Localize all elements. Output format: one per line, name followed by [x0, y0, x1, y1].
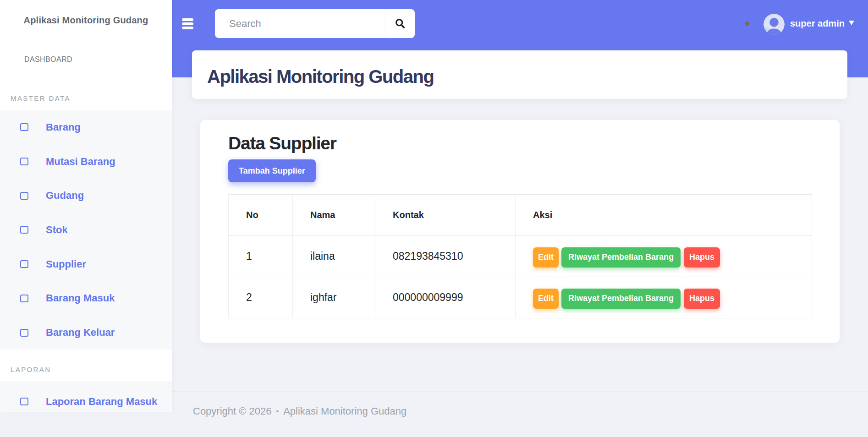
tambah-supplier-button[interactable]: Tambah Supplier — [228, 159, 316, 182]
footer: Copyright © 2026•Aplikasi Monitoring Gud… — [172, 391, 868, 417]
table-row: 1 ilaina 082193845310 EditRiwayat Pembel… — [229, 236, 812, 277]
sidebar-item-stok[interactable]: Stok — [0, 213, 172, 247]
chevron-down-icon[interactable] — [849, 21, 854, 25]
sidebar-item-barang-keluar[interactable]: Barang Keluar — [0, 316, 172, 350]
column-header-no: No — [229, 195, 293, 236]
sidebar-item-barang-masuk[interactable]: Barang Masuk — [0, 281, 172, 316]
data-supplier-card: Data Supplier Tambah Supplier No Nama Ko… — [200, 120, 840, 343]
hapus-button[interactable]: Hapus — [684, 289, 720, 309]
sidebar-item-dashboard[interactable]: DASHBOARD — [0, 40, 172, 79]
cell-no: 2 — [229, 277, 293, 318]
search-input[interactable] — [215, 9, 385, 38]
square-icon — [20, 329, 28, 337]
sidebar-section-header-master-data: MASTER DATA — [0, 79, 172, 110]
square-icon — [20, 192, 28, 200]
square-icon — [20, 398, 28, 405]
avatar[interactable] — [764, 14, 785, 35]
edit-button[interactable]: Edit — [533, 289, 559, 309]
hapus-button[interactable]: Hapus — [684, 247, 720, 268]
sidebar-menu-master-data: Barang Mutasi Barang Gudang Stok Supplie… — [0, 110, 172, 350]
user-name-label: super admin — [790, 18, 845, 29]
footer-bullet: • — [276, 407, 279, 415]
cell-kontak: 000000009999 — [375, 277, 516, 318]
cell-nama: ighfar — [293, 277, 375, 318]
search-button[interactable] — [385, 9, 415, 38]
sidebar-brand[interactable]: Aplikasi Monitoring Gudang — [0, 0, 172, 40]
hamburger-menu-icon[interactable] — [182, 18, 193, 29]
square-icon — [20, 158, 28, 165]
cell-aksi: EditRiwayat Pembelian BarangHapus — [516, 236, 812, 277]
column-header-nama: Nama — [293, 195, 375, 236]
cell-aksi: EditRiwayat Pembelian BarangHapus — [516, 277, 812, 318]
user-avatar-icon — [764, 14, 785, 35]
notification-dot-icon[interactable] — [745, 22, 749, 26]
sidebar-brand-label: Aplikasi Monitoring Gudang — [24, 15, 148, 26]
supplier-table: No Nama Kontak Aksi 1 ilaina 08219384531… — [228, 194, 812, 318]
column-header-aksi: Aksi — [516, 195, 812, 236]
sidebar: Aplikasi Monitoring Gudang DASHBOARD MAS… — [0, 0, 172, 411]
sidebar-item-laporan-barang-masuk[interactable]: Laporan Barang Masuk — [0, 381, 172, 412]
square-icon — [20, 226, 28, 234]
page-title: Aplikasi Monitoring Gudang — [207, 66, 434, 87]
sidebar-dashboard-label: DASHBOARD — [24, 55, 72, 64]
footer-text: Copyright © 2026•Aplikasi Monitoring Gud… — [193, 405, 407, 417]
search-bar — [215, 9, 415, 38]
sidebar-item-supplier[interactable]: Supplier — [0, 247, 172, 281]
page-header-card: Aplikasi Monitoring Gudang — [192, 50, 847, 99]
cell-kontak: 082193845310 — [375, 236, 516, 277]
cell-nama: ilaina — [293, 236, 375, 277]
column-header-kontak: Kontak — [375, 195, 516, 236]
user-menu[interactable]: super admin — [790, 0, 845, 47]
edit-button[interactable]: Edit — [533, 247, 559, 268]
square-icon — [20, 260, 28, 268]
search-icon — [395, 18, 405, 29]
table-header-row: No Nama Kontak Aksi — [229, 195, 812, 236]
riwayat-pembelian-button[interactable]: Riwayat Pembelian Barang — [561, 289, 681, 309]
sidebar-item-mutasi-barang[interactable]: Mutasi Barang — [0, 144, 172, 179]
square-icon — [20, 123, 28, 131]
card-title: Data Supplier — [228, 134, 812, 152]
riwayat-pembelian-button[interactable]: Riwayat Pembelian Barang — [561, 247, 681, 268]
sidebar-item-gudang[interactable]: Gudang — [0, 179, 172, 213]
sidebar-section-header-laporan: LAPORAN — [0, 350, 172, 381]
square-icon — [20, 295, 28, 302]
table-row: 2 ighfar 000000009999 EditRiwayat Pembel… — [229, 277, 812, 318]
cell-no: 1 — [229, 236, 293, 277]
sidebar-item-barang[interactable]: Barang — [0, 110, 172, 145]
sidebar-menu-laporan: Laporan Barang Masuk — [0, 381, 172, 412]
